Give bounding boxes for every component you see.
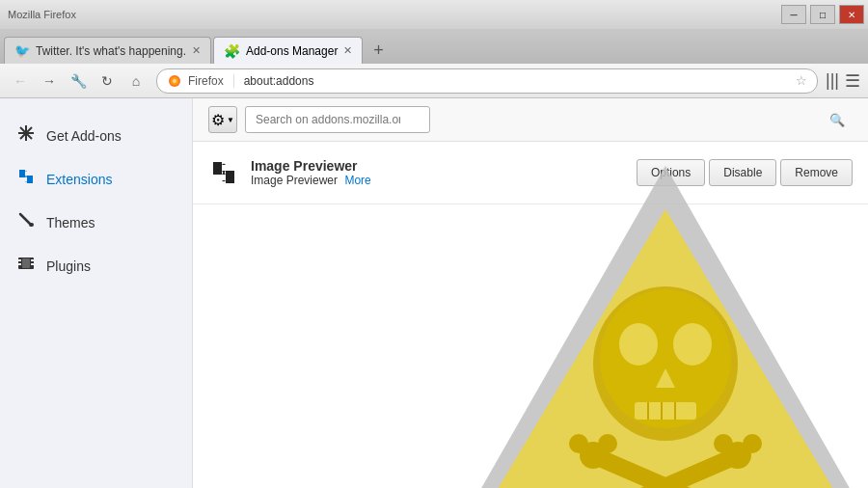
svg-rect-13 [31, 263, 34, 265]
svg-line-7 [20, 214, 30, 224]
address-separator [233, 74, 234, 88]
nav-bar: ← → 🔧 ↻ ⌂ Firefox about:addons ☆ ||| ☰ [0, 64, 868, 98]
sidebar-item-extensions-label: Extensions [46, 172, 112, 187]
tools-button[interactable]: 🔧 [66, 68, 91, 94]
sidebar-item-plugins-label: Plugins [46, 258, 91, 274]
svg-marker-16 [463, 209, 868, 488]
svg-marker-21 [656, 368, 675, 388]
window-title: Mozilla Firefox [8, 9, 76, 20]
svg-point-31 [724, 442, 751, 469]
home-button[interactable]: ⌂ [123, 68, 149, 94]
get-addons-icon [15, 123, 37, 148]
svg-point-28 [580, 442, 607, 469]
gear-icon: ⚙ [211, 111, 225, 129]
gear-button[interactable]: ⚙ ▼ [208, 106, 237, 133]
tab-addons-label: Add-ons Manager [246, 44, 338, 58]
back-button[interactable]: ← [8, 68, 33, 94]
plugins-icon [15, 254, 37, 278]
nav-right-icons: ||| ☰ [826, 70, 860, 92]
sidebar-item-get-addons[interactable]: Get Add-ons [0, 114, 192, 157]
sidebar-item-get-addons-label: Get Add-ons [46, 128, 122, 144]
svg-rect-14 [22, 258, 30, 268]
extension-info: Image Previewer Image Previewer More [251, 158, 625, 187]
title-bar: Mozilla Firefox ─ □ ✕ [0, 0, 868, 29]
svg-point-30 [598, 434, 617, 453]
svg-point-20 [673, 323, 712, 366]
search-input[interactable] [245, 106, 430, 133]
close-button[interactable]: ✕ [839, 5, 864, 24]
forward-button[interactable]: → [37, 68, 62, 94]
warning-sign-svg [424, 156, 868, 488]
sidebar-item-themes-label: Themes [46, 215, 95, 230]
sidebar-item-extensions[interactable]: Extensions [0, 157, 192, 201]
content-area: ⚙ ▼ 🔍 Image Previewer Image Previewer [193, 98, 868, 488]
address-bar[interactable]: Firefox about:addons ☆ [156, 68, 818, 94]
extension-item-image-previewer: Image Previewer Image Previewer More Opt… [193, 142, 868, 204]
window-controls: ─ □ ✕ [781, 5, 864, 24]
maximize-button[interactable]: □ [810, 5, 835, 24]
svg-rect-8 [29, 223, 34, 227]
reload-button[interactable]: ↻ [95, 68, 120, 94]
tab-twitter-label: Twitter. It's what's happening. [36, 44, 186, 58]
sidebar: Get Add-ons Extensions Themes [0, 98, 193, 488]
gear-dropdown-arrow: ▼ [227, 116, 234, 124]
warning-overlay [424, 156, 868, 488]
addons-tab-icon: 🧩 [224, 43, 240, 59]
tab-bar: 🐦 Twitter. It's what's happening. ✕ 🧩 Ad… [0, 29, 868, 64]
content-header: ⚙ ▼ 🔍 [193, 98, 868, 142]
svg-rect-11 [18, 263, 21, 265]
minimize-button[interactable]: ─ [781, 5, 806, 24]
menu-icon[interactable]: ☰ [845, 70, 860, 92]
svg-point-32 [714, 434, 733, 453]
extension-icon [208, 157, 239, 188]
svg-point-19 [619, 323, 658, 366]
library-icon[interactable]: ||| [826, 70, 839, 91]
extension-name: Image Previewer [251, 158, 625, 174]
tab-twitter[interactable]: 🐦 Twitter. It's what's happening. ✕ [4, 37, 211, 64]
remove-button[interactable]: Remove [780, 159, 853, 186]
svg-point-18 [600, 289, 731, 428]
svg-point-33 [743, 434, 762, 453]
bookmark-icon[interactable]: ☆ [796, 73, 807, 88]
extension-more-link[interactable]: More [344, 174, 370, 187]
svg-rect-12 [31, 259, 34, 261]
svg-rect-22 [635, 402, 696, 420]
extension-description: Image Previewer More [251, 174, 625, 187]
sidebar-item-themes[interactable]: Themes [0, 201, 192, 244]
new-tab-button[interactable]: + [365, 37, 392, 64]
svg-point-2 [173, 79, 176, 83]
tab-addons-close[interactable]: ✕ [343, 44, 352, 57]
extension-buttons: Options Disable Remove [637, 159, 853, 186]
svg-point-29 [569, 434, 588, 453]
extensions-puzzle-icon [15, 167, 37, 191]
tab-addons[interactable]: 🧩 Add-ons Manager ✕ [213, 37, 363, 64]
sidebar-item-plugins[interactable]: Plugins [0, 244, 192, 287]
svg-line-27 [593, 455, 738, 488]
options-button[interactable]: Options [637, 159, 705, 186]
svg-rect-10 [18, 259, 21, 261]
twitter-icon: 🐦 [14, 43, 30, 58]
svg-marker-15 [434, 166, 868, 488]
svg-point-17 [593, 286, 738, 441]
search-container: 🔍 [245, 106, 853, 133]
themes-brush-icon [15, 210, 37, 234]
main-content: Get Add-ons Extensions Themes [0, 98, 868, 488]
tab-twitter-close[interactable]: ✕ [192, 44, 201, 57]
address-text[interactable]: about:addons [244, 74, 790, 88]
browser-label: Firefox [188, 74, 224, 88]
svg-line-26 [593, 455, 738, 488]
disable-button[interactable]: Disable [709, 159, 776, 186]
search-icon: 🔍 [829, 113, 845, 127]
firefox-icon [167, 73, 182, 89]
